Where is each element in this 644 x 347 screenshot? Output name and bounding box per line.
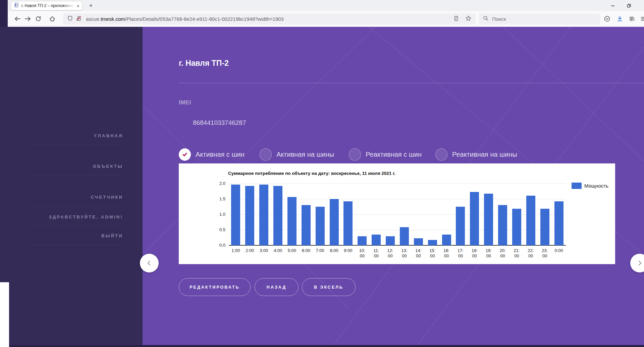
search-icon (483, 15, 489, 22)
bar-7:00 (316, 207, 325, 245)
home-icon[interactable] (49, 15, 56, 22)
page-viewport: ГЛАВНАЯОБЪЕКТЫСЧЕТЧИКИЗДРАВСТВУЙТЕ, ADMI… (0, 27, 644, 347)
bar-15:00 (428, 240, 437, 245)
page-title: г. Навля ТП-2 (179, 59, 229, 68)
y-axis-label: 2.0 (179, 181, 225, 186)
x-axis-label: 11:00 (369, 248, 383, 259)
browser-tab[interactable]: г. Навля ТП-2 – приложение А × (11, 1, 82, 10)
downloads-icon[interactable] (616, 15, 623, 22)
gridline (229, 184, 566, 184)
imei-label: IMEI (179, 99, 191, 106)
x-axis-label: 12:00 (383, 248, 397, 259)
back-button[interactable]: НАЗАД (255, 278, 299, 296)
bottom-edge-strip (8, 345, 644, 347)
bar-0:00 (554, 201, 564, 245)
bar-2:00 (245, 186, 254, 245)
search-placeholder: Поиск (492, 16, 506, 22)
sidebar-item-objects[interactable]: ОБЪЕКТЫ (93, 164, 123, 169)
bar-8:00 (330, 199, 339, 245)
x-axis-label: 6:00 (299, 248, 313, 253)
x-axis-label: 14:00 (411, 248, 425, 259)
plot-area: 1:002:003:004:005:006:007:008:009:0010:0… (229, 163, 566, 264)
x-axis-label: 18:00 (468, 248, 482, 259)
sidebar-divider (28, 145, 123, 145)
bar-12:00 (386, 236, 395, 245)
x-axis-label: 7:00 (313, 248, 327, 253)
legend-swatch (572, 183, 582, 189)
tab-title: г. Навля ТП-2 – приложение А (21, 3, 74, 8)
x-axis-label: 0:00 (552, 248, 566, 253)
bar-20:00 (498, 205, 507, 245)
url-text: ascue.tmesk.com/Places/Details/053a7768-… (86, 16, 450, 22)
title-divider (179, 83, 644, 83)
radio-option-4[interactable]: Реактивная на шины (435, 148, 517, 161)
sidebar: ГЛАВНАЯОБЪЕКТЫСЧЕТЧИКИЗДРАВСТВУЙТЕ, ADMI… (0, 27, 143, 347)
forward-icon[interactable] (24, 15, 31, 22)
y-axis-label: 1.5 (179, 196, 225, 201)
reader-mode-icon[interactable] (453, 15, 459, 23)
tab-close-button[interactable]: × (76, 3, 79, 8)
url-bar[interactable]: ascue.tmesk.com/Places/Details/053a7768-… (63, 13, 476, 24)
bar-10:00 (358, 236, 367, 245)
radio-option-3[interactable]: Реактивная с шин (349, 148, 422, 161)
x-axis-label: 22:00 (524, 248, 538, 259)
sidebar-divider (28, 175, 123, 176)
bar-5:00 (287, 197, 297, 245)
radio-option-1[interactable]: Активная с шин (179, 148, 245, 161)
insecure-lock-icon[interactable] (76, 15, 82, 23)
y-axis-label: 1.0 (179, 212, 225, 217)
bar-9:00 (343, 201, 353, 245)
chart-legend: Мощность (572, 183, 608, 189)
x-axis-label: 5:00 (285, 248, 299, 253)
x-axis-label: 3:00 (257, 248, 271, 253)
library-icon[interactable] (629, 15, 635, 22)
x-axis-label: 15:00 (425, 248, 439, 259)
reload-icon[interactable] (35, 15, 42, 22)
radio-label: Реактивная с шин (366, 151, 422, 158)
bar-19:00 (484, 194, 493, 245)
new-tab-button[interactable]: + (87, 1, 95, 10)
radio-unselected-icon[interactable] (349, 148, 361, 161)
x-axis-label: 8:00 (327, 248, 341, 253)
sidebar-greeting: ЗДРАВСТВУЙТЕ, ADMIN! (49, 214, 123, 219)
bar-16:00 (442, 235, 451, 245)
restore-button[interactable] (621, 0, 637, 11)
radio-unselected-icon[interactable] (260, 148, 272, 161)
browser-search-bar[interactable]: Поиск (479, 13, 600, 24)
carousel-prev-button[interactable] (140, 254, 159, 272)
pocket-icon[interactable] (604, 15, 610, 22)
bar-18:00 (470, 192, 479, 245)
sidebar-item-logout[interactable]: ВЫЙТИ (101, 233, 123, 238)
bar-13:00 (400, 227, 409, 245)
shield-icon[interactable] (67, 15, 73, 23)
hamburger-menu-icon[interactable] (640, 15, 644, 22)
back-icon[interactable] (14, 15, 21, 22)
sidebar-item-meters[interactable]: СЧЕТЧИКИ (91, 195, 123, 200)
edit-button[interactable]: РЕДАКТИРОВАТЬ (179, 278, 251, 296)
radio-label: Активная на шины (276, 151, 334, 158)
radio-option-2[interactable]: Активная на шины (260, 148, 334, 161)
radio-label: Реактивная на шины (452, 151, 517, 158)
excel-export-button[interactable]: В ЭКСЕЛЬ (302, 278, 356, 296)
x-axis-label: 10:00 (355, 248, 369, 259)
window-edge-strip (0, 0, 8, 27)
x-axis-label: 19:00 (482, 248, 496, 259)
sidebar-divider (28, 206, 123, 206)
x-axis-label: 17:00 (453, 248, 468, 259)
bookmark-star-icon[interactable] (465, 15, 472, 23)
legend-label: Мощность (584, 183, 608, 189)
imei-value: 868441033746287 (193, 119, 246, 127)
radio-unselected-icon[interactable] (435, 148, 447, 161)
bar-4:00 (273, 186, 282, 245)
minimize-button[interactable] (605, 0, 621, 11)
bar-17:00 (456, 207, 465, 245)
sidebar-item-home[interactable]: ГЛАВНАЯ (95, 133, 123, 138)
x-axis-label: 1:00 (229, 248, 243, 253)
bar-11:00 (372, 235, 381, 245)
page-favicon-icon (14, 2, 19, 9)
bar-3:00 (259, 185, 268, 245)
x-axis-label: 20:00 (496, 248, 510, 259)
radio-selected-icon[interactable] (179, 148, 191, 161)
x-axis-label: 23:00 (538, 248, 552, 259)
y-axis-label: 0.0 (179, 243, 225, 248)
